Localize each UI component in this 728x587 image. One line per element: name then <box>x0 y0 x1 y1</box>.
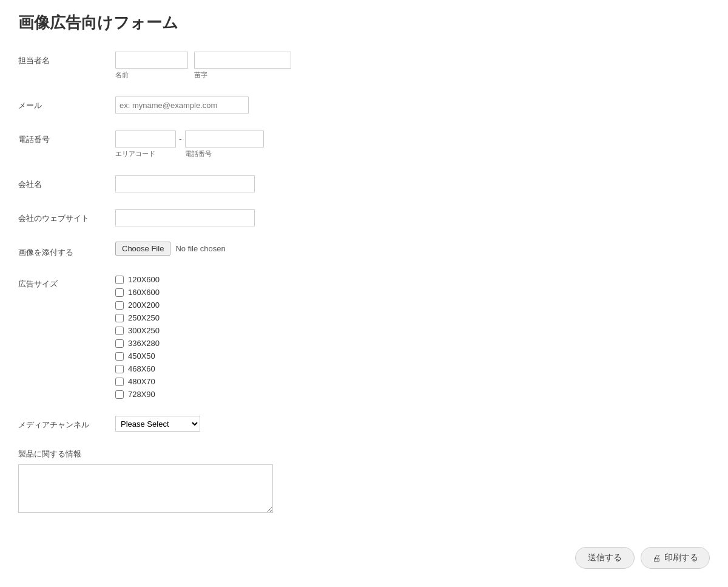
last-name-input[interactable] <box>194 52 291 69</box>
email-input[interactable] <box>115 97 249 114</box>
ad-size-option-label: 250X250 <box>128 313 160 322</box>
ad-size-item: 200X200 <box>115 300 382 310</box>
ad-size-item: 468X60 <box>115 364 382 373</box>
ad-size-checkbox-728X90[interactable] <box>115 390 124 399</box>
email-row: メール <box>18 97 382 114</box>
area-code-sublabel: エリアコード <box>115 149 176 158</box>
ad-size-option-label: 120X600 <box>128 275 160 284</box>
company-name-input[interactable] <box>115 175 255 192</box>
ad-size-option-label: 300X250 <box>128 326 160 335</box>
ad-size-label: 広告サイズ <box>18 275 115 290</box>
ad-size-item: 160X600 <box>115 288 382 297</box>
ad-size-item: 336X280 <box>115 339 382 348</box>
ad-size-option-label: 336X280 <box>128 339 160 348</box>
email-field <box>115 97 382 114</box>
website-row: 会社のウェブサイト <box>18 209 382 226</box>
phone-label: 電話番号 <box>18 131 115 145</box>
phone-number-input[interactable] <box>185 131 264 148</box>
website-field <box>115 209 382 226</box>
company-name-row: 会社名 <box>18 175 382 192</box>
area-code-input[interactable] <box>115 131 176 148</box>
last-name-sublabel: 苗字 <box>194 70 291 80</box>
media-channel-select[interactable]: Please Select <box>115 416 200 432</box>
ad-size-checkbox-468X60[interactable] <box>115 365 124 373</box>
ad-size-option-label: 468X60 <box>128 364 155 373</box>
ad-size-checkbox-120X600[interactable] <box>115 276 124 284</box>
phone-row: 電話番号 エリアコード - 電話番号 <box>18 131 382 158</box>
ad-size-checkbox-480X70[interactable] <box>115 378 124 386</box>
ad-size-checkbox-250X250[interactable] <box>115 314 124 322</box>
ad-size-item: 300X250 <box>115 326 382 335</box>
contact-name-field: 名前 苗字 <box>115 52 382 80</box>
area-code-group: エリアコード <box>115 131 176 158</box>
ad-size-option-label: 728X90 <box>128 390 155 399</box>
ad-size-checkbox-160X600[interactable] <box>115 288 124 297</box>
ad-size-checkbox-450X50[interactable] <box>115 352 124 361</box>
ad-size-item: 450X50 <box>115 351 382 361</box>
ad-size-item: 250X250 <box>115 313 382 322</box>
contact-name-label: 担当者名 <box>18 52 115 66</box>
media-channel-field: Please Select <box>115 416 382 432</box>
ad-size-field: 120X600160X600200X200250X250300X250336X2… <box>115 275 382 399</box>
first-name-input[interactable] <box>115 52 188 69</box>
ad-size-option-label: 450X50 <box>128 351 155 361</box>
company-name-label: 会社名 <box>18 175 115 190</box>
phone-number-group: 電話番号 <box>185 131 264 158</box>
contact-name-row: 担当者名 名前 苗字 <box>18 52 382 80</box>
ad-size-item: 480X70 <box>115 377 382 386</box>
ad-size-option-label: 200X200 <box>128 300 160 310</box>
last-name-group: 苗字 <box>194 52 291 80</box>
choose-file-button[interactable]: Choose File <box>115 243 170 253</box>
website-label: 会社のウェブサイト <box>18 209 115 224</box>
ad-size-checkbox-336X280[interactable] <box>115 339 124 348</box>
phone-number-sublabel: 電話番号 <box>185 149 264 158</box>
media-channel-label: メディアチャンネル <box>18 416 115 430</box>
no-file-text: No file chosen <box>175 244 225 253</box>
image-attach-field: Choose File No file chosen <box>115 243 382 253</box>
ad-size-checkbox-300X250[interactable] <box>115 327 124 335</box>
product-info-label: 製品に関する情報 <box>18 449 382 460</box>
first-name-group: 名前 <box>115 52 188 80</box>
image-attach-label: 画像を添付する <box>18 243 115 258</box>
email-label: メール <box>18 97 115 111</box>
first-name-sublabel: 名前 <box>115 70 188 80</box>
company-name-field <box>115 175 382 192</box>
ad-size-checkbox-list: 120X600160X600200X200250X250300X250336X2… <box>115 275 382 399</box>
ad-size-item: 120X600 <box>115 275 382 284</box>
ad-size-checkbox-200X200[interactable] <box>115 301 124 310</box>
product-info-section: 製品に関する情報 <box>18 449 382 513</box>
ad-size-item: 728X90 <box>115 390 382 399</box>
ad-size-option-label: 160X600 <box>128 288 160 297</box>
ad-size-option-label: 480X70 <box>128 377 155 386</box>
phone-field: エリアコード - 電話番号 <box>115 131 382 158</box>
ad-size-row: 広告サイズ 120X600160X600200X200250X250300X25… <box>18 275 382 399</box>
image-attach-row: 画像を添付する Choose File No file chosen <box>18 243 382 258</box>
form-container: 担当者名 名前 苗字 メール 電話番号 <box>18 52 382 513</box>
page-title: 画像広告向けフォーム <box>18 12 710 33</box>
website-input[interactable] <box>115 209 255 226</box>
choose-file-label[interactable]: Choose File <box>115 242 170 256</box>
product-info-textarea[interactable] <box>18 464 273 513</box>
media-channel-row: メディアチャンネル Please Select <box>18 416 382 432</box>
phone-separator: - <box>176 131 185 144</box>
